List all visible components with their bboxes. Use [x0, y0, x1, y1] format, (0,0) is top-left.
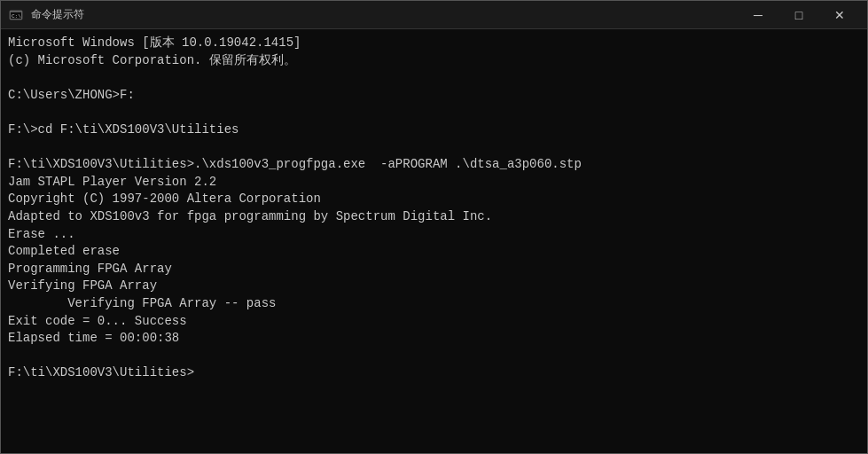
terminal-line: Jam STAPL Player Version 2.2 [8, 174, 860, 192]
terminal-line [8, 69, 860, 87]
terminal-line: F:\ti\XDS100V3\Utilities> [8, 364, 860, 382]
title-bar: C:\ 命令提示符 ─ □ ✕ [1, 1, 867, 29]
terminal-line: (c) Microsoft Corporation. 保留所有权利。 [8, 52, 860, 70]
terminal-line: Copyright (C) 1997-2000 Altera Corporati… [8, 191, 860, 208]
terminal-line: Adapted to XDS100v3 for fpga programming… [8, 208, 860, 226]
terminal-line [8, 104, 860, 121]
window-title: 命令提示符 [31, 7, 738, 22]
terminal-line [8, 139, 860, 157]
terminal-line: Completed erase [8, 243, 860, 261]
terminal-line: Programming FPGA Array [8, 261, 860, 278]
terminal-line: Erase ... [8, 226, 860, 244]
terminal-line: Verifying FPGA Array -- pass [8, 295, 860, 313]
terminal-line: Elapsed time = 00:00:38 [8, 330, 860, 348]
minimize-button[interactable]: ─ [738, 1, 778, 29]
maximize-button[interactable]: □ [778, 1, 819, 29]
terminal-line: F:\ti\XDS100V3\Utilities>.\xds100v3_prog… [8, 156, 860, 174]
terminal-line: Verifying FPGA Array [8, 278, 860, 295]
window-controls: ─ □ ✕ [738, 1, 860, 29]
svg-text:C:\: C:\ [12, 13, 21, 20]
terminal-line: Microsoft Windows [版本 10.0.19042.1415] [8, 35, 860, 52]
terminal-line [8, 348, 860, 365]
terminal-line: Exit code = 0... Success [8, 313, 860, 331]
terminal-line: C:\Users\ZHONG>F: [8, 87, 860, 105]
close-button[interactable]: ✕ [819, 1, 860, 29]
window-icon: C:\ [8, 7, 24, 23]
terminal-body[interactable]: Microsoft Windows [版本 10.0.19042.1415](c… [1, 29, 867, 453]
cmd-window: C:\ 命令提示符 ─ □ ✕ Microsoft Windows [版本 10… [0, 0, 868, 454]
terminal-line: F:\>cd F:\ti\XDS100V3\Utilities [8, 121, 860, 139]
